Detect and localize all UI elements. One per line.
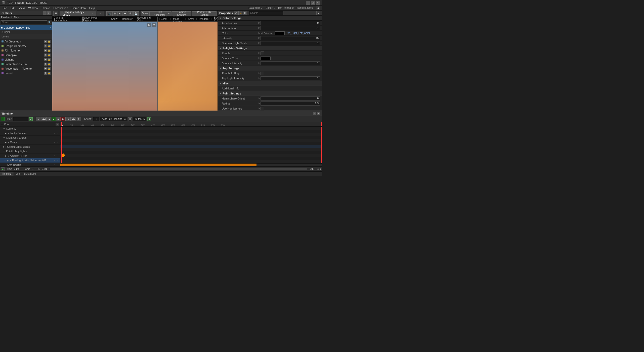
left-bgcolor-btn[interactable]: Background Color: [137, 17, 156, 22]
vp-portrait-capture-btn[interactable]: Portrait Capture: [172, 11, 191, 16]
viewport-nav-down[interactable]: ▼: [152, 23, 156, 27]
specular-input[interactable]: [261, 41, 320, 45]
attenuation-reset[interactable]: ⟳: [258, 27, 260, 29]
enlighten-settings-header[interactable]: ▼ Enlighten Settings: [218, 46, 322, 51]
vp-save-btn[interactable]: 💾: [133, 11, 139, 16]
vp-view-btn[interactable]: View:: [141, 11, 150, 16]
vp-record-btn[interactable]: ⏺: [122, 11, 127, 16]
enable-in-fog-checkbox[interactable]: [261, 72, 264, 75]
track-point-lobby[interactable]: ▼ Point Lobby Lights: [0, 149, 60, 154]
area-radius-arrow[interactable]: →: [56, 164, 59, 167]
enable-checkbox[interactable]: [261, 52, 264, 55]
enable-in-fog-reset[interactable]: ⟳: [258, 72, 260, 75]
tl-play-icon[interactable]: ▶: [1, 167, 5, 171]
tl-skip-end[interactable]: ⏭: [65, 117, 70, 121]
viewport-tab-close[interactable]: ×: [92, 12, 93, 15]
layer-lock-btn-pto[interactable]: 🔒: [48, 67, 51, 70]
viewport-nav-right[interactable]: ▶: [147, 23, 151, 27]
menu-create[interactable]: Create: [40, 6, 51, 10]
collapse-button[interactable]: ◀: [316, 6, 320, 10]
hemi-offset-input[interactable]: [261, 96, 320, 100]
track-rim-light[interactable]: ▼ ▶ ● Rim Light Left - Hair Accent 01 + …: [0, 158, 60, 163]
mercy-add[interactable]: +: [53, 141, 56, 144]
tl-skip-start[interactable]: ⏮: [36, 117, 40, 121]
intensity-input[interactable]: [261, 36, 320, 40]
area-radius-reset[interactable]: ⟳: [258, 22, 260, 24]
mercy-arrow[interactable]: →: [56, 141, 59, 144]
bounce-color-reset[interactable]: ⟳: [258, 57, 260, 60]
vp-split-btn[interactable]: Split Horizontal ▼: [150, 11, 171, 16]
tl-tab-timeline[interactable]: Timeline: [0, 172, 14, 176]
tl-settings-btn[interactable]: ⚙: [128, 117, 132, 121]
layer-lock-btn-art[interactable]: 🔒: [48, 40, 51, 43]
specular-reset[interactable]: ⟳: [258, 42, 260, 44]
filter-toggle[interactable]: ✓: [29, 117, 33, 121]
prop-settings-btn[interactable]: ⚙: [243, 11, 247, 15]
layer-eye-btn-pto[interactable]: 👁: [44, 67, 47, 70]
bounce-intensity-input[interactable]: [261, 61, 320, 65]
vp-portrait-exr-btn[interactable]: Portrait EXR Capture: [192, 11, 217, 16]
speed-input[interactable]: [93, 117, 99, 121]
left-show-btn[interactable]: Show: [111, 18, 117, 20]
layer-presentation-rio[interactable]: Presentation - Rio 👁 🔒: [0, 62, 52, 66]
intensity-reset[interactable]: ⟳: [258, 37, 260, 39]
layer-lock-btn-lighting[interactable]: 🔒: [48, 58, 51, 61]
layer-sound[interactable]: Sound 👁 🔒: [0, 71, 52, 75]
menu-help[interactable]: Help: [88, 6, 97, 10]
prop-lock-btn[interactable]: 🔒: [238, 11, 242, 15]
layer-lock-btn-fx[interactable]: 🔒: [48, 49, 51, 52]
minimize-button[interactable]: −: [306, 1, 310, 5]
point-lobby-expand[interactable]: ▼: [3, 150, 5, 153]
timeline-scrollbar[interactable]: [60, 163, 322, 166]
tl-stop[interactable]: ■: [56, 117, 60, 121]
layer-eye-btn-lighting[interactable]: 👁: [44, 58, 47, 61]
timeline-progress[interactable]: [50, 168, 307, 170]
track-area-radius[interactable]: Area Radius + →: [0, 163, 60, 166]
menu-window[interactable]: Window: [27, 6, 39, 10]
radius-input[interactable]: [261, 102, 320, 106]
misc-header[interactable]: ▼ Misc: [218, 81, 322, 86]
search-icon[interactable]: 🔍: [48, 21, 51, 24]
tl-loop[interactable]: ⟳: [77, 117, 81, 121]
enable-reset[interactable]: ⟳: [258, 52, 260, 55]
restore-button[interactable]: □: [311, 1, 315, 5]
area-radius-add[interactable]: +: [53, 164, 56, 167]
tl-step-back[interactable]: ◀◀: [41, 117, 47, 121]
tl-tab-data-build[interactable]: Data Build: [22, 172, 38, 176]
tl-add-btn[interactable]: +: [1, 117, 5, 121]
lobby-cam-add[interactable]: +: [53, 132, 56, 135]
track-mercy[interactable]: ▶ ● Mercy + →: [0, 140, 60, 145]
vp-camera-btn[interactable]: 📷: [106, 11, 112, 16]
radius-reset[interactable]: ⟳: [258, 102, 260, 105]
vp-play-btn[interactable]: ▶: [117, 11, 122, 16]
attenuation-input[interactable]: [261, 26, 320, 30]
color-settings-header[interactable]: ▼ Color Settings: [218, 16, 322, 21]
layer-eye-btn-design[interactable]: 👁: [44, 44, 47, 47]
menu-localization[interactable]: Localization: [52, 6, 70, 10]
rim-arrow[interactable]: →: [56, 159, 59, 162]
track-ambient[interactable]: ▶ ● Ambient - Filler + →: [0, 154, 60, 158]
track-client-entity[interactable]: ▼ Client Only Entitys: [0, 136, 60, 140]
outliner-search-input[interactable]: [1, 20, 47, 24]
use-hemi-checkbox[interactable]: [261, 107, 264, 110]
use-hemi-reset[interactable]: ⟳: [258, 107, 260, 110]
layer-fx-toronto[interactable]: FX - Toronto 👁 🔒: [0, 48, 52, 53]
viewport-menu-btn[interactable]: ☰: [53, 11, 58, 16]
color-swatch[interactable]: [275, 31, 285, 35]
vp-settings-btn[interactable]: ⚙: [128, 11, 133, 16]
layer-eye-btn-sound[interactable]: 👁: [44, 72, 47, 75]
prop-refresh-btn[interactable]: ↺: [234, 11, 238, 15]
root-expand[interactable]: ▼: [1, 123, 3, 125]
layer-presentation-toronto[interactable]: Presentation - Toronto 👁 🔒: [0, 66, 52, 71]
fog-settings-header[interactable]: ▼ Fog Settings: [218, 66, 322, 71]
active-scene-item[interactable]: ■ Calypso - Lobby - Rio ×: [0, 25, 52, 30]
track-lobby-camera[interactable]: ▶ ● Lobby Camera + →: [0, 131, 60, 136]
track-cameras[interactable]: ▼ Cameras: [0, 127, 60, 131]
tl-tab-log[interactable]: Log: [14, 172, 22, 176]
filter-input[interactable]: [13, 117, 28, 121]
timeline-scroll-thumb[interactable]: [60, 164, 256, 166]
fps-select[interactable]: 30 fps: [133, 117, 146, 121]
layer-eye-btn-prio[interactable]: 👁: [44, 63, 47, 66]
timeline-close-btn[interactable]: ×: [317, 112, 320, 115]
ambient-expand[interactable]: ▶: [5, 155, 7, 157]
